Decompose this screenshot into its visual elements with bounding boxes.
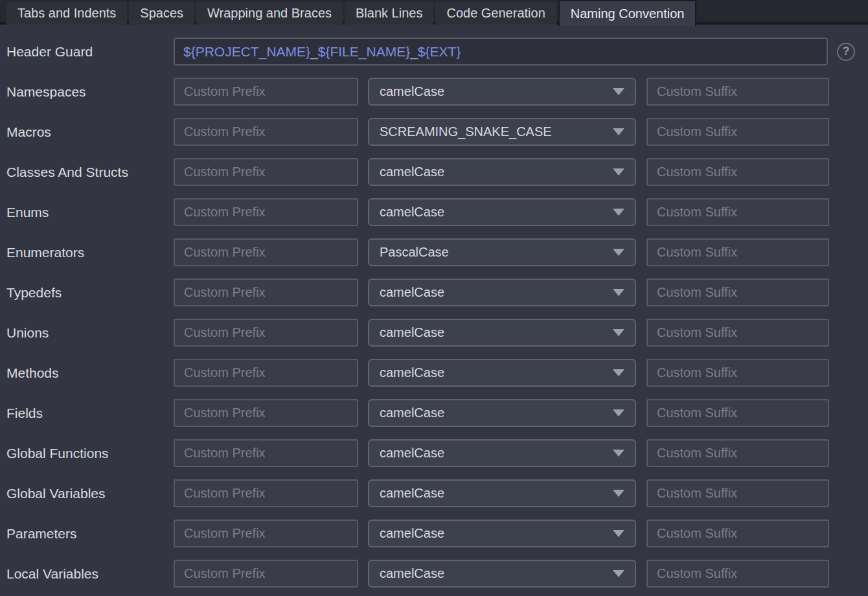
- custom-prefix-input[interactable]: [174, 439, 358, 467]
- chevron-down-icon: [613, 168, 624, 176]
- naming-style-value: camelCase: [380, 205, 444, 220]
- custom-prefix-input[interactable]: [174, 399, 358, 427]
- chevron-down-icon: [613, 289, 624, 296]
- naming-style-dropdown[interactable]: camelCase: [368, 560, 636, 588]
- naming-row-macros: Macros SCREAMING_SNAKE_CASE: [6, 118, 868, 146]
- custom-suffix-input[interactable]: [646, 560, 829, 588]
- chevron-down-icon: [613, 88, 624, 95]
- custom-prefix-input[interactable]: [174, 118, 358, 146]
- tab-blank-lines[interactable]: Blank Lines: [345, 2, 433, 25]
- tab-tabs-and-indents[interactable]: Tabs and Indents: [6, 2, 127, 25]
- chevron-down-icon: [613, 369, 624, 376]
- chevron-down-icon: [613, 329, 624, 336]
- question-circle-icon[interactable]: ?: [837, 43, 855, 61]
- naming-row-global-variables: Global Variables camelCase: [6, 479, 868, 507]
- tab-label: Wrapping and Braces: [207, 6, 332, 21]
- row-label: Enums: [6, 205, 174, 220]
- naming-row-enums: Enums camelCase: [6, 198, 868, 226]
- naming-style-dropdown[interactable]: PascalCase: [368, 238, 636, 266]
- naming-style-value: camelCase: [380, 365, 444, 380]
- naming-style-value: camelCase: [380, 84, 444, 99]
- custom-suffix-input[interactable]: [646, 118, 829, 146]
- code-style-tab-bar: Tabs and Indents Spaces Wrapping and Bra…: [0, 0, 868, 25]
- naming-row-methods: Methods camelCase: [6, 359, 868, 387]
- header-guard-value-macro: ${FILE_NAME}: [318, 44, 410, 60]
- row-label: Classes And Structs: [6, 165, 174, 180]
- naming-style-value: camelCase: [380, 406, 444, 420]
- naming-row-enumerators: Enumerators PascalCase: [6, 238, 868, 266]
- naming-style-dropdown[interactable]: camelCase: [368, 198, 636, 226]
- naming-style-dropdown[interactable]: camelCase: [368, 439, 636, 467]
- naming-style-dropdown[interactable]: SCREAMING_SNAKE_CASE: [368, 118, 636, 146]
- naming-style-value: camelCase: [380, 526, 444, 541]
- custom-suffix-input[interactable]: [646, 198, 829, 226]
- header-guard-value-plain: _: [310, 44, 318, 60]
- custom-suffix-input[interactable]: [646, 279, 829, 306]
- naming-style-value: camelCase: [380, 165, 444, 179]
- chevron-down-icon: [613, 128, 624, 135]
- custom-prefix-input[interactable]: [174, 319, 358, 347]
- naming-row-fields: Fields camelCase: [6, 399, 868, 427]
- header-guard-value-macro: ${PROJECT_NAME}: [183, 44, 310, 60]
- naming-rows-list: Namespaces camelCase Macros SCREAMING_SN…: [6, 78, 868, 588]
- naming-row-classes-and-structs: Classes And Structs camelCase: [6, 158, 868, 186]
- naming-row-typedefs: Typedefs camelCase: [6, 279, 868, 306]
- naming-style-value: camelCase: [380, 325, 444, 340]
- tab-wrapping-and-braces[interactable]: Wrapping and Braces: [196, 2, 343, 25]
- header-guard-label: Header Guard: [6, 44, 174, 60]
- row-label: Namespaces: [6, 84, 174, 100]
- custom-prefix-input[interactable]: [174, 78, 358, 106]
- naming-style-dropdown[interactable]: camelCase: [368, 158, 636, 186]
- custom-prefix-input[interactable]: [174, 238, 358, 266]
- custom-prefix-input[interactable]: [174, 359, 358, 387]
- tab-label: Tabs and Indents: [17, 6, 116, 21]
- row-label: Methods: [6, 365, 174, 381]
- custom-prefix-input[interactable]: [174, 560, 358, 588]
- custom-prefix-input[interactable]: [174, 479, 358, 507]
- row-label: Local Variables: [6, 566, 174, 582]
- custom-suffix-input[interactable]: [646, 319, 829, 347]
- custom-suffix-input[interactable]: [646, 399, 829, 427]
- header-guard-value-macro: ${EXT}: [418, 44, 461, 60]
- naming-row-global-functions: Global Functions camelCase: [6, 439, 868, 467]
- tab-spaces[interactable]: Spaces: [129, 2, 194, 25]
- custom-suffix-input[interactable]: [646, 520, 829, 547]
- naming-style-dropdown[interactable]: camelCase: [368, 319, 636, 347]
- tab-label: Spaces: [140, 6, 183, 21]
- chevron-down-icon: [613, 530, 624, 537]
- custom-prefix-input[interactable]: [174, 158, 358, 186]
- tab-naming-convention[interactable]: Naming Convention: [558, 0, 697, 26]
- tab-label: Code Generation: [446, 6, 545, 21]
- naming-style-dropdown[interactable]: camelCase: [368, 479, 636, 507]
- naming-style-dropdown[interactable]: camelCase: [368, 520, 636, 547]
- tab-label: Naming Convention: [571, 6, 685, 21]
- naming-style-dropdown[interactable]: camelCase: [368, 279, 636, 306]
- custom-suffix-input[interactable]: [646, 158, 829, 186]
- custom-prefix-input[interactable]: [174, 520, 358, 547]
- tab-label: Blank Lines: [356, 6, 422, 21]
- naming-style-value: camelCase: [380, 285, 444, 300]
- naming-style-value: camelCase: [380, 486, 444, 501]
- custom-suffix-input[interactable]: [646, 359, 829, 387]
- naming-style-dropdown[interactable]: camelCase: [368, 78, 636, 106]
- custom-prefix-input[interactable]: [174, 279, 358, 306]
- naming-row-namespaces: Namespaces camelCase: [6, 78, 868, 106]
- custom-suffix-input[interactable]: [646, 479, 829, 507]
- tab-code-generation[interactable]: Code Generation: [435, 2, 556, 25]
- header-guard-row: Header Guard ${PROJECT_NAME}_${FILE_NAME…: [6, 38, 868, 65]
- naming-style-dropdown[interactable]: camelCase: [368, 359, 636, 387]
- row-label: Unions: [6, 325, 174, 341]
- custom-suffix-input[interactable]: [646, 238, 829, 266]
- custom-suffix-input[interactable]: [646, 78, 829, 106]
- custom-suffix-input[interactable]: [646, 439, 829, 467]
- row-label: Parameters: [6, 526, 174, 542]
- header-guard-input[interactable]: ${PROJECT_NAME}_${FILE_NAME}_${EXT}: [174, 38, 828, 65]
- chevron-down-icon: [613, 570, 624, 577]
- naming-row-local-variables: Local Variables camelCase: [6, 560, 868, 588]
- naming-style-dropdown[interactable]: camelCase: [368, 399, 636, 427]
- row-label: Global Functions: [6, 446, 174, 461]
- naming-style-value: camelCase: [380, 446, 444, 461]
- custom-prefix-input[interactable]: [174, 198, 358, 226]
- chevron-down-icon: [613, 490, 624, 497]
- chevron-down-icon: [613, 409, 624, 417]
